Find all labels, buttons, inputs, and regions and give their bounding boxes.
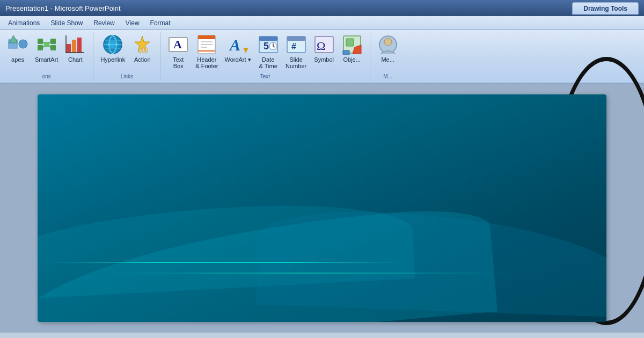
shapes-label: apes	[11, 56, 24, 63]
wordart-button[interactable]: A WordArt ▾	[222, 32, 253, 64]
svg-rect-3	[38, 39, 43, 44]
symbol-label: Symbol	[314, 56, 334, 63]
svg-text:A: A	[173, 38, 182, 51]
slide	[38, 94, 606, 322]
svg-rect-6	[50, 39, 56, 44]
svg-text:5: 5	[264, 41, 269, 52]
hyperlink-button[interactable]: Hyperlink	[98, 32, 128, 64]
svg-rect-14	[77, 38, 82, 53]
object-button[interactable]: Obje...	[339, 32, 365, 64]
svg-point-52	[384, 38, 392, 46]
svg-rect-43	[287, 36, 305, 41]
menu-format[interactable]: Format	[145, 18, 176, 28]
slidenumber-label: SlideNumber	[286, 56, 306, 69]
svg-rect-50	[343, 50, 349, 55]
symbol-button[interactable]: Ω Symbol	[311, 32, 338, 64]
hyperlink-label: Hyperlink	[100, 56, 125, 63]
smartart-button[interactable]: SmartArt	[32, 32, 61, 64]
svg-rect-48	[346, 39, 354, 46]
shapes-button[interactable]: apes	[4, 32, 31, 64]
smartart-label: SmartArt	[35, 56, 58, 63]
menu-slideshow[interactable]: Slide Show	[45, 18, 88, 28]
wave-3	[256, 208, 606, 318]
textbox-button[interactable]: A TextBox	[165, 32, 192, 71]
menu-view[interactable]: View	[120, 18, 145, 28]
svg-line-10	[49, 41, 50, 43]
svg-line-8	[43, 41, 44, 43]
media-button[interactable]: Me...	[375, 32, 401, 64]
datetime-icon: 5	[258, 34, 279, 55]
drawing-tools-tab[interactable]: Drawing Tools	[572, 2, 639, 14]
illustrations-group-label: ons	[0, 74, 93, 79]
illustrations-buttons: apes SmartArt	[4, 32, 89, 78]
links-group-label: Links	[93, 74, 160, 79]
svg-rect-25	[145, 48, 148, 53]
textbox-label: TextBox	[173, 56, 184, 69]
svg-rect-4	[38, 45, 43, 50]
app-title: Presentation1 - Microsoft PowerPoint	[5, 4, 411, 12]
ribbon-group-media: Me... M...	[370, 32, 406, 80]
chart-icon	[64, 34, 86, 55]
svg-point-1	[19, 40, 27, 48]
chart-button[interactable]: Chart	[62, 32, 89, 64]
svg-text:#: #	[291, 42, 296, 51]
menu-review[interactable]: Review	[88, 18, 120, 28]
svg-rect-37	[259, 36, 277, 41]
wordart-icon: A	[227, 34, 248, 55]
accent-line-1	[38, 262, 413, 263]
smartart-icon	[36, 34, 57, 55]
media-buttons: Me...	[375, 32, 401, 78]
wordart-label: WordArt ▾	[224, 56, 251, 63]
datetime-button[interactable]: 5 Date& Time	[255, 32, 282, 71]
object-label: Obje...	[343, 56, 360, 63]
ribbon-group-links: Hyperlink Action Links	[93, 32, 160, 80]
svg-line-11	[49, 46, 50, 48]
action-button[interactable]: Action	[129, 32, 156, 64]
shapes-icon	[7, 34, 28, 55]
accent-line-2	[91, 273, 521, 274]
links-buttons: Hyperlink Action	[98, 32, 156, 78]
svg-text:Ω: Ω	[317, 39, 325, 53]
svg-text:A: A	[229, 36, 240, 54]
media-label: Me...	[381, 56, 394, 63]
text-group-label: Text	[160, 74, 369, 79]
media-group-label: M...	[370, 74, 406, 79]
object-icon	[341, 34, 363, 55]
ribbon-group-text: A TextBox Header& Footer	[160, 32, 370, 80]
menu-bar: Animations Slide Show Review View Format	[0, 16, 644, 30]
svg-line-9	[43, 46, 44, 48]
svg-marker-2	[9, 35, 18, 43]
svg-rect-7	[50, 45, 56, 50]
textbox-icon: A	[167, 34, 189, 55]
action-label: Action	[134, 56, 151, 63]
datetime-label: Date& Time	[259, 56, 277, 69]
chart-label: Chart	[68, 56, 83, 63]
slidenumber-button[interactable]: # SlideNumber	[283, 32, 310, 71]
slide-background	[38, 94, 606, 322]
svg-rect-13	[72, 40, 76, 53]
headerfooter-label: Header& Footer	[195, 56, 218, 69]
title-bar: Presentation1 - Microsoft PowerPoint Dra…	[0, 0, 644, 16]
hyperlink-icon	[102, 34, 123, 55]
headerfooter-button[interactable]: Header& Footer	[193, 32, 221, 71]
svg-rect-24	[142, 48, 144, 53]
ribbon: apes SmartArt	[0, 30, 644, 84]
svg-rect-5	[44, 42, 49, 47]
menu-animations[interactable]: Animations	[3, 18, 45, 28]
headerfooter-icon	[196, 34, 217, 55]
media-icon	[377, 34, 399, 55]
slidenumber-icon: #	[286, 34, 307, 55]
svg-rect-29	[198, 35, 215, 39]
svg-rect-12	[67, 44, 71, 53]
action-icon	[131, 34, 153, 55]
slide-area	[0, 84, 644, 333]
symbol-icon: Ω	[313, 34, 335, 55]
text-buttons: A TextBox Header& Footer	[165, 32, 365, 78]
ribbon-group-illustrations: apes SmartArt	[0, 32, 93, 80]
svg-marker-35	[244, 48, 248, 53]
svg-rect-23	[139, 49, 141, 53]
